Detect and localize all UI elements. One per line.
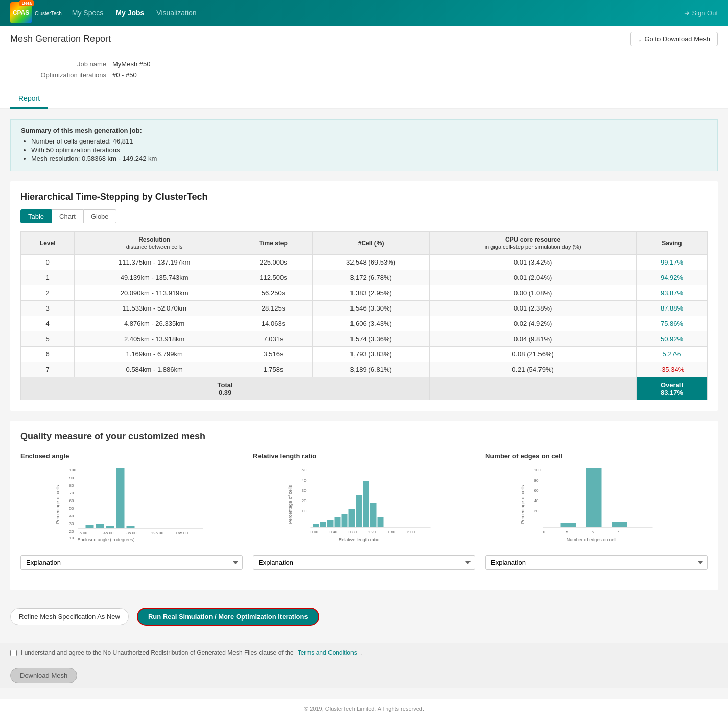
sign-out-button[interactable]: ➜ Sign Out <box>684 9 718 17</box>
cell-level: 7 <box>21 362 75 377</box>
svg-rect-55 <box>612 522 627 527</box>
main-content: Summary of this mesh generation job: Num… <box>0 109 728 643</box>
view-tab-table[interactable]: Table <box>20 209 52 223</box>
svg-text:6: 6 <box>592 530 594 534</box>
col-cpu: CPU core resourcein giga cell-step per s… <box>430 232 637 255</box>
cell-level: 2 <box>21 285 75 301</box>
cell-timestep: 14.063s <box>234 316 313 331</box>
hts-title: Hierarchical Time-Stepping by ClusterTec… <box>20 192 708 202</box>
main-nav: My Specs My Jobs Visualization <box>72 9 197 17</box>
svg-text:85.00: 85.00 <box>127 531 137 535</box>
summary-item-2: Mesh resolution: 0.58368 km - 149.242 km <box>31 155 707 162</box>
view-tab-chart[interactable]: Chart <box>52 209 83 223</box>
svg-text:Percentage of cells: Percentage of cells <box>55 485 60 524</box>
cell-timestep: 1.758s <box>234 362 313 377</box>
table-row: 3 11.533km - 52.070km 28.125s 1,546 (3.3… <box>21 301 708 316</box>
download-mesh-button[interactable]: ↓ Go to Download Mesh <box>630 32 718 46</box>
svg-rect-31 <box>327 520 334 527</box>
cell-resolution: 20.090km - 113.919km <box>75 285 234 301</box>
cell-resolution: 49.139km - 135.743km <box>75 270 234 285</box>
download-mesh-button-bottom[interactable]: Download Mesh <box>10 668 77 683</box>
nav-my-jobs[interactable]: My Jobs <box>115 9 144 17</box>
svg-text:Enclosed angle (in degrees): Enclosed angle (in degrees) <box>77 537 134 542</box>
cell-cell: 3,189 (6.81%) <box>312 362 429 377</box>
terms-text: I understand and agree to the No Unautho… <box>21 649 294 656</box>
explanation-select-3[interactable]: Explanation <box>485 555 708 570</box>
beta-badge: Beta <box>19 0 34 6</box>
hts-view-tabs: Table Chart Globe <box>20 209 708 223</box>
nav-visualization[interactable]: Visualization <box>156 9 196 17</box>
relative-length-chart: Relative length ratio Percentage of cell… <box>253 452 475 547</box>
page-title: Mesh Generation Report <box>10 34 111 44</box>
view-tab-globe[interactable]: Globe <box>83 209 116 223</box>
nav-my-specs[interactable]: My Specs <box>72 9 103 17</box>
explanation-select-2[interactable]: Explanation <box>253 555 475 570</box>
cell-cpu: 0.00 (1.08%) <box>430 285 637 301</box>
cell-cpu: 0.01 (2.38%) <box>430 301 637 316</box>
cell-cell: 3,172 (6.78%) <box>312 270 429 285</box>
svg-rect-13 <box>96 524 104 528</box>
edges-chart: Number of edges on cell Percentage of ce… <box>485 452 708 547</box>
cell-level: 3 <box>21 301 75 316</box>
svg-rect-30 <box>320 522 326 527</box>
svg-text:2.00: 2.00 <box>407 530 415 534</box>
overall-cell: Overall83.17% <box>637 377 708 400</box>
tab-report[interactable]: Report <box>10 89 48 109</box>
svg-text:100: 100 <box>69 468 77 472</box>
cell-level: 5 <box>21 331 75 347</box>
cell-cpu: 0.01 (3.42%) <box>430 255 637 270</box>
svg-rect-15 <box>127 526 135 528</box>
total-label-cell: Total0.39 <box>21 377 430 400</box>
terms-suffix: . <box>361 649 363 656</box>
svg-rect-29 <box>313 524 319 527</box>
quality-section: Quality measure of your customized mesh … <box>10 421 718 590</box>
col-saving: Saving <box>637 232 708 255</box>
cell-level: 0 <box>21 255 75 270</box>
cell-level: 6 <box>21 347 75 362</box>
svg-text:165.00: 165.00 <box>176 531 189 535</box>
table-row: 7 0.584km - 1.886km 1.758s 3,189 (6.81%)… <box>21 362 708 377</box>
svg-rect-12 <box>86 525 94 528</box>
logo-area: CPAS Beta ClusterTech <box>10 2 62 23</box>
svg-rect-11 <box>116 468 125 528</box>
enclosed-angle-chart: Enclosed angle Percentage of cells 100 9… <box>20 452 243 547</box>
svg-text:7: 7 <box>617 530 620 534</box>
svg-text:40: 40 <box>302 478 307 483</box>
job-name-value: MyMesh #50 <box>112 60 150 68</box>
cell-saving: 50.92% <box>637 331 708 347</box>
job-name-row: Job name MyMesh #50 <box>10 60 718 68</box>
page-header: Mesh Generation Report ↓ Go to Download … <box>0 26 728 53</box>
cell-timestep: 3.516s <box>234 347 313 362</box>
terms-checkbox[interactable] <box>10 650 17 656</box>
relative-length-title: Relative length ratio <box>253 452 475 460</box>
cell-cpu: 0.08 (21.56%) <box>430 347 637 362</box>
svg-rect-37 <box>370 503 377 527</box>
cell-cell: 32,548 (69.53%) <box>312 255 429 270</box>
svg-text:125.00: 125.00 <box>151 531 164 535</box>
svg-text:0: 0 <box>543 530 546 534</box>
cell-saving: 99.17% <box>637 255 708 270</box>
summary-item-0: Number of cells generated: 46,811 <box>31 137 707 145</box>
table-row: 6 1.169km - 6.799km 3.516s 1,793 (3.83%)… <box>21 347 708 362</box>
svg-text:1.20: 1.20 <box>368 530 377 534</box>
svg-text:5.00: 5.00 <box>80 531 88 535</box>
cell-resolution: 4.876km - 26.335km <box>75 316 234 331</box>
logo-sub-text: ClusterTech <box>35 9 62 17</box>
report-tab-bar: Report <box>0 89 728 109</box>
refine-mesh-button[interactable]: Refine Mesh Specification As New <box>10 608 129 625</box>
table-row: 4 4.876km - 26.335km 14.063s 1,606 (3.43… <box>21 316 708 331</box>
footer-text: © 2019, ClusterTech Limited. All rights … <box>304 706 424 712</box>
svg-text:90: 90 <box>69 475 74 480</box>
run-simulation-button[interactable]: Run Real Simulation / More Optimization … <box>137 608 319 626</box>
table-row: 1 49.139km - 135.743km 112.500s 3,172 (6… <box>21 270 708 285</box>
explanation-select-1[interactable]: Explanation <box>20 555 243 570</box>
job-name-label: Job name <box>10 60 112 68</box>
svg-text:40: 40 <box>534 498 539 503</box>
cell-saving: 75.86% <box>637 316 708 331</box>
table-row: 5 2.405km - 13.918km 7.031s 1,574 (3.36%… <box>21 331 708 347</box>
cell-level: 1 <box>21 270 75 285</box>
svg-rect-53 <box>561 523 576 527</box>
terms-link[interactable]: Terms and Conditions <box>298 649 357 656</box>
svg-rect-14 <box>106 526 114 528</box>
edges-svg: Percentage of cells 100 80 60 40 20 0 5 … <box>485 464 708 545</box>
